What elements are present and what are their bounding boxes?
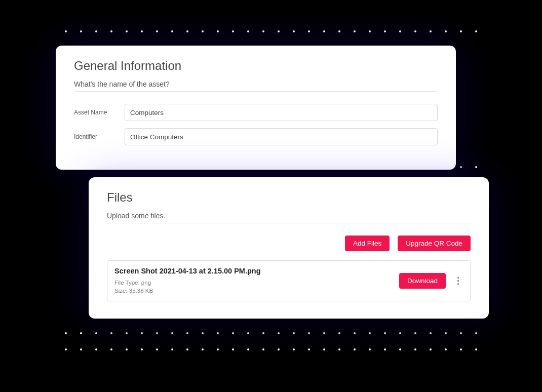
files-button-row: Add Files Upgrade QR Code (107, 236, 471, 251)
files-subtitle: Upload some files. (107, 212, 471, 223)
files-title: Files (107, 190, 471, 205)
file-size: Size: 35.38 KB (114, 287, 392, 295)
row-identifier: Identifier (74, 128, 438, 145)
file-type: File Type: png (114, 279, 392, 287)
row-asset-name: Asset Name (74, 104, 438, 121)
file-row: Screen Shot 2021-04-13 at 2.15.00 PM.png… (107, 260, 471, 301)
general-info-card: General Information What's the name of t… (56, 46, 456, 170)
file-name: Screen Shot 2021-04-13 at 2.15.00 PM.png (114, 267, 392, 275)
add-files-button[interactable]: Add Files (345, 236, 390, 251)
general-subtitle: What's the name of the asset? (74, 80, 438, 92)
input-asset-name[interactable] (125, 104, 438, 121)
input-identifier[interactable] (125, 128, 438, 145)
general-title: General Information (74, 59, 438, 73)
download-button[interactable]: Download (399, 273, 446, 289)
upgrade-qr-button[interactable]: Upgrade QR Code (398, 236, 471, 251)
files-card: Files Upload some files. Add Files Upgra… (89, 177, 489, 319)
more-menu-icon[interactable] (453, 274, 463, 288)
file-meta: Screen Shot 2021-04-13 at 2.15.00 PM.png… (114, 267, 392, 295)
label-identifier: Identifier (74, 133, 125, 140)
label-asset-name: Asset Name (74, 109, 125, 116)
